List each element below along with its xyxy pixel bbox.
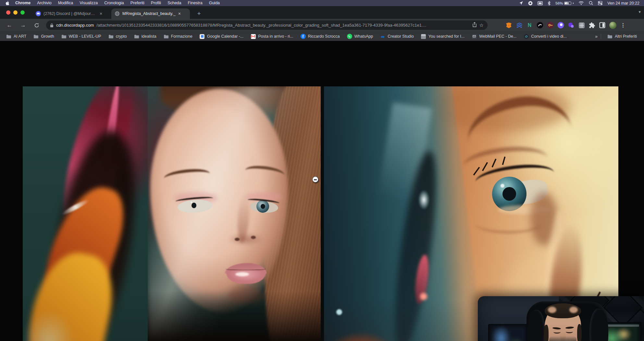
location-services-icon[interactable] [519,1,523,5]
page-icon [421,34,426,39]
gmail-icon [251,34,256,39]
bookmark-ai-art[interactable]: AI ART [3,33,29,40]
tab-close-icon[interactable]: × [178,11,181,16]
other-bookmarks-button[interactable]: Altri Preferiti [604,33,637,40]
password-key-extension-icon[interactable] [547,21,554,29]
menu-chrome[interactable]: Chrome [12,0,34,6]
bookmark-gmail-inbox[interactable]: Posta in arrivo - ri... [248,33,296,40]
bookmark-label: WEB - LEVEL-UP [69,34,101,39]
bookmark-creator-studio[interactable]: ∞Creator Studio [377,33,417,40]
portrait-lip-gloss [235,272,249,276]
chrome-menu-icon[interactable]: ⋮ [619,21,627,29]
window-close-button[interactable] [6,10,10,15]
pec-mail-icon [472,34,477,39]
screen-mirroring-icon[interactable] [538,1,543,5]
side-panel-extension-icon[interactable] [599,21,606,29]
dark-circle-extension-icon[interactable] [536,21,544,29]
bookmark-growth[interactable]: Growth [31,33,57,40]
image-gap [321,86,324,341]
address-bar[interactable]: cdn.discordapp.com /attachments/10135123… [46,20,488,30]
menu-guida[interactable]: Guida [206,0,223,6]
tab-search-chevron-icon[interactable]: ▾ [638,9,641,14]
url-path: /attachments/1013512335442333816/1088905… [96,23,469,28]
bookmark-star-icon[interactable]: ☆ [479,22,484,28]
metamask-extension-icon[interactable] [505,21,513,29]
menu-finestra[interactable]: Finestra [185,0,206,6]
desktop-screen: Chrome Archivio Modifica Visualizza Cron… [0,0,644,341]
bookmark-label: Creator Studio [388,34,414,39]
notion-like-extension-icon[interactable]: N [526,21,533,29]
bookmark-label: Riccardo Scrocca [308,34,340,39]
menu-cronologia[interactable]: Cronologia [101,0,127,6]
bookmark-label: AI ART [14,34,26,39]
chrome-tab-strip: (2762) Discord | @Midjourney × MRregista… [0,6,644,19]
profile-avatar[interactable] [609,21,616,29]
menu-modifica[interactable]: Modifica [55,0,77,6]
bluetooth-icon[interactable] [548,1,551,6]
window-zoom-button[interactable] [20,10,25,15]
share-icon[interactable] [472,22,477,28]
menu-bar-clock[interactable]: Ven 24 mar 20:22 [607,1,639,6]
battery-icon [564,2,571,5]
folder-icon [134,34,139,39]
battery-cap [573,3,574,4]
grid-extension-icon[interactable] [578,21,585,29]
bookmark-crypto[interactable]: crypto [105,33,130,40]
menu-preferiti[interactable]: Preferiti [127,0,148,6]
folder-icon [6,34,11,39]
folder-icon [164,34,169,39]
wifi-icon[interactable] [578,1,584,5]
bookmark-google-calendar[interactable]: Google Calendar -... [197,33,247,40]
lock-icon [50,23,54,28]
spotlight-search-icon[interactable] [589,1,593,5]
apple-menu[interactable] [5,1,12,6]
bookmark-you-searched[interactable]: You searched for I... [418,33,467,40]
portrait-eye-left-pupil [192,203,196,208]
paint-teal-wisp [23,310,75,341]
url-domain: cdn.discordapp.com [56,23,94,28]
bookmark-label: You searched for I... [428,34,464,39]
reload-button[interactable] [32,21,41,30]
bookmark-idealista[interactable]: idealista [131,33,159,40]
tab-discord[interactable]: (2762) Discord | @Midjourney × [32,8,109,19]
menu-profili[interactable]: Profili [148,0,164,6]
bookmarks-overflow-chevron[interactable]: » [595,34,598,39]
menu-scheda[interactable]: Scheda [164,0,184,6]
converter-icon [524,34,529,39]
bookmark-webmail-pec[interactable]: WebMail PEC - De... [469,33,519,40]
other-bookmarks-label: Altri Preferiti [615,34,637,39]
window-minimize-button[interactable] [13,10,18,15]
bookmark-label: Converti i video di... [531,34,567,39]
waves-extension-icon[interactable] [515,21,523,29]
control-center-icon[interactable] [598,1,602,5]
extensions-puzzle-icon[interactable] [588,21,596,29]
purple-blob-extension-icon[interactable] [567,21,575,29]
extensions-area: N ⋮ [505,20,627,30]
folder-icon [108,34,114,39]
tab-close-icon[interactable]: × [100,11,102,16]
bookmark-facebook-profile[interactable]: fRiccardo Scrocca [298,33,343,40]
webcam-vignette [478,296,644,341]
bookmark-label: Google Calendar -... [207,34,244,39]
bookmark-formazione[interactable]: Formazione [161,33,195,40]
menu-archivio[interactable]: Archivio [34,0,55,6]
portrait-nostril-left [235,238,240,241]
folder-icon [33,34,39,39]
menu-visualizza[interactable]: Visualizza [76,0,101,6]
tab-image-viewer[interactable]: MRregista_Abstract_beauty._ × [111,8,190,19]
back-button[interactable]: ← [5,21,14,30]
purple-circle-extension-icon[interactable] [557,21,564,29]
tab-title: (2762) Discord | @Midjourney [43,11,97,16]
bookmark-web-level-up[interactable]: WEB - LEVEL-UP [58,33,104,40]
bookmark-whatsapp[interactable]: WhatsApp [344,33,376,40]
divider [601,34,601,39]
forward-button[interactable]: → [19,21,27,30]
bookmark-label: crypto [116,34,127,39]
focus-status-icon[interactable] [528,1,533,6]
artwork-left-image [23,86,321,341]
folder-icon [607,34,613,39]
zoom-out-cursor-icon [312,176,318,183]
battery-indicator[interactable]: 56% [555,1,574,5]
new-tab-button[interactable]: + [195,9,203,18]
bookmark-video-converter[interactable]: Converti i video di... [521,33,570,40]
